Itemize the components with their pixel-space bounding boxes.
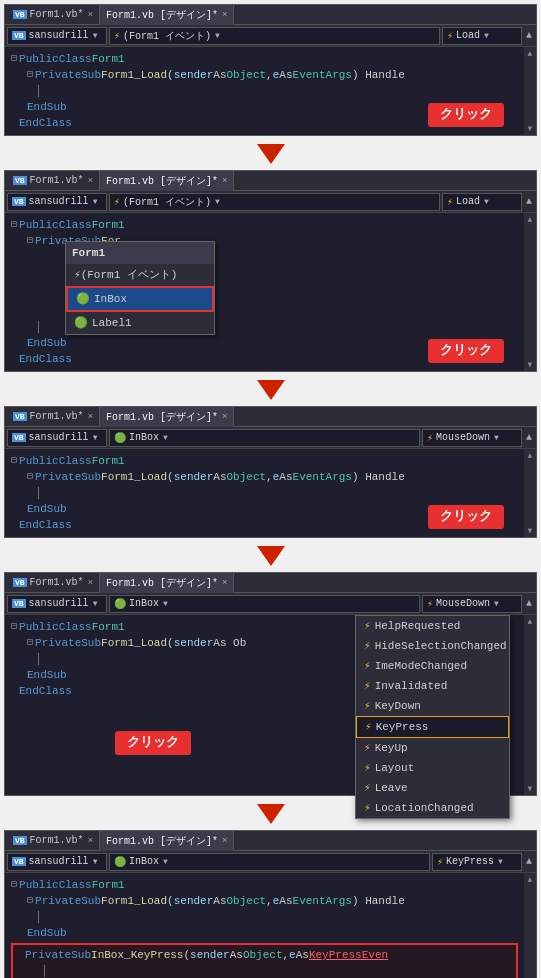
event-label: Leave [375, 780, 408, 796]
code-line: │ [11, 909, 518, 925]
close-icon[interactable]: × [88, 10, 93, 20]
class-dropdown-2[interactable]: VB sansudrill ▼ [7, 193, 107, 211]
scroll-up[interactable]: ▲ [528, 449, 533, 462]
click-button-2[interactable]: クリック [428, 339, 504, 363]
code-text: ( [167, 67, 174, 83]
close-icon[interactable]: × [88, 836, 93, 846]
close-icon[interactable]: × [222, 176, 227, 186]
green-circle-icon: 🟢 [114, 598, 126, 610]
tab-form1vb-1[interactable]: VB Form1.vb* × [7, 5, 100, 25]
method-dropdown-5[interactable]: ⚡ KeyPress ▼ [432, 853, 522, 871]
tree-minus: ⊟ [11, 217, 17, 233]
close-icon[interactable]: × [222, 578, 227, 588]
tab-label: Form1.vb [デザイン]* [106, 8, 218, 22]
popup-item-label: (Form1 イベント) [81, 267, 178, 283]
tab-designer-1[interactable]: Form1.vb [デザイン]* × [100, 5, 234, 25]
popup-item-form1event[interactable]: ⚡ (Form1 イベント) [66, 264, 214, 286]
bolt-icon: ⚡ [427, 432, 433, 444]
event-class-dropdown-2[interactable]: ⚡ (Form1 イベント) ▼ [109, 193, 440, 211]
scroll-up-btn[interactable]: ▲ [524, 598, 534, 609]
scroll-up[interactable]: ▲ [528, 615, 533, 628]
function-name: Form1_Load [101, 635, 167, 651]
scroll-up-btn[interactable]: ▲ [524, 196, 534, 207]
dropdown-arrow: ▼ [498, 857, 503, 866]
code-text: As [213, 893, 226, 909]
event-item-layout[interactable]: ⚡ Layout [356, 758, 509, 778]
events-dropdown[interactable]: ⚡ HelpRequested ⚡ HideSelectionChanged ⚡… [355, 615, 510, 819]
event-item-helprequested[interactable]: ⚡ HelpRequested [356, 616, 509, 636]
code-text: As [296, 947, 309, 963]
tab-bar-3: VB Form1.vb* × Form1.vb [デザイン]* × [5, 407, 536, 427]
vb-badge: VB [13, 412, 27, 421]
popup-item-inbox[interactable]: 🟢 InBox [66, 286, 214, 312]
event-item-locationchanged[interactable]: ⚡ LocationChanged [356, 798, 509, 818]
event-item-keydown[interactable]: ⚡ KeyDown [356, 696, 509, 716]
tab-form1vb-5[interactable]: VB Form1.vb* × [7, 831, 100, 851]
inbox-dropdown-5[interactable]: 🟢 InBox ▼ [109, 853, 430, 871]
event-item-leave[interactable]: ⚡ Leave [356, 778, 509, 798]
event-item-hideselection[interactable]: ⚡ HideSelectionChanged [356, 636, 509, 656]
close-icon[interactable]: × [222, 10, 227, 20]
scroll-down[interactable]: ▼ [528, 122, 533, 135]
keyword: Sub [81, 469, 101, 485]
scroll-up[interactable]: ▲ [528, 213, 533, 226]
code-line: ⊟ Public Class Form1 [11, 51, 518, 67]
method-dropdown-3[interactable]: ⚡ MouseDown ▼ [422, 429, 522, 447]
scroll-down[interactable]: ▼ [528, 358, 533, 371]
dropdown-arrow: ▼ [215, 197, 220, 206]
event-class-dropdown-1[interactable]: ⚡ (Form1 イベント) ▼ [109, 27, 440, 45]
click-button-3[interactable]: クリック [428, 505, 504, 529]
method-dropdown-2[interactable]: ⚡ Load ▼ [442, 193, 522, 211]
scroll-down[interactable]: ▼ [528, 782, 533, 795]
param: sender [174, 67, 214, 83]
event-item-keypress[interactable]: ⚡ KeyPress [356, 716, 509, 738]
param: e [273, 67, 280, 83]
close-icon[interactable]: × [222, 412, 227, 422]
class-dropdown-1[interactable]: VB sansudrill ▼ [7, 27, 107, 45]
click-button-1[interactable]: クリック [428, 103, 504, 127]
scroll-down[interactable]: ▼ [528, 524, 533, 537]
dropdown-arrow: ▼ [93, 857, 98, 866]
tab-form1vb-3[interactable]: VB Form1.vb* × [7, 407, 100, 427]
scroll-up[interactable]: ▲ [528, 47, 533, 60]
close-icon[interactable]: × [88, 578, 93, 588]
scroll-up[interactable]: ▲ [528, 873, 533, 886]
bolt-icon: ⚡ [364, 678, 371, 694]
tab-form1vb-4[interactable]: VB Form1.vb* × [7, 573, 100, 593]
keyword: Sub [47, 925, 67, 941]
close-icon[interactable]: × [88, 176, 93, 186]
toolbar-1: VB sansudrill ▼ ⚡ (Form1 イベント) ▼ ⚡ Load … [5, 25, 536, 47]
method-dropdown-1[interactable]: ⚡ Load ▼ [442, 27, 522, 45]
tab-designer-2[interactable]: Form1.vb [デザイン]* × [100, 171, 234, 191]
param: sender [174, 893, 214, 909]
tab-designer-5[interactable]: Form1.vb [デザイン]* × [100, 831, 234, 851]
event-item-imemode[interactable]: ⚡ ImeModeChanged [356, 656, 509, 676]
dropdown-arrow: ▼ [93, 197, 98, 206]
class-name: Form1 [92, 51, 125, 67]
popup-item-label1[interactable]: 🟢 Label1 [66, 312, 214, 334]
code-line: ⊟ Private Sub Form1_Load ( sender As Obj… [11, 67, 518, 83]
code-area-1: ⊟ Public Class Form1 ⊟ Private Sub Form1… [5, 47, 536, 135]
scroll-up-btn[interactable]: ▲ [524, 432, 534, 443]
object-dropdown-popup[interactable]: Form1 ⚡ (Form1 イベント) 🟢 InBox 🟢 Label1 [65, 241, 215, 335]
class-dropdown-3[interactable]: VB sansudrill ▼ [7, 429, 107, 447]
class-dropdown-5[interactable]: VB sansudrill ▼ [7, 853, 107, 871]
close-icon[interactable]: × [222, 836, 227, 846]
event-item-keyup[interactable]: ⚡ KeyUp [356, 738, 509, 758]
close-icon[interactable]: × [88, 412, 93, 422]
inbox-dropdown-3[interactable]: 🟢 InBox ▼ [109, 429, 420, 447]
class-dropdown-4[interactable]: VB sansudrill ▼ [7, 595, 107, 613]
event-item-invalidated[interactable]: ⚡ Invalidated [356, 676, 509, 696]
tab-designer-4[interactable]: Form1.vb [デザイン]* × [100, 573, 234, 593]
toolbar-4: VB sansudrill ▼ 🟢 InBox ▼ ⚡ MouseDown ▼ … [5, 593, 536, 615]
bolt-icon: ⚡ [364, 658, 371, 674]
keyword: Sub [81, 893, 101, 909]
keyword: Class [59, 619, 92, 635]
scroll-up-btn[interactable]: ▲ [524, 30, 534, 41]
click-button-4[interactable]: クリック [115, 731, 191, 755]
inbox-dropdown-4[interactable]: 🟢 InBox ▼ [109, 595, 420, 613]
scroll-up-btn[interactable]: ▲ [524, 856, 534, 867]
tab-form1vb-2[interactable]: VB Form1.vb* × [7, 171, 100, 191]
method-dropdown-4[interactable]: ⚡ MouseDown ▼ [422, 595, 522, 613]
tab-designer-3[interactable]: Form1.vb [デザイン]* × [100, 407, 234, 427]
